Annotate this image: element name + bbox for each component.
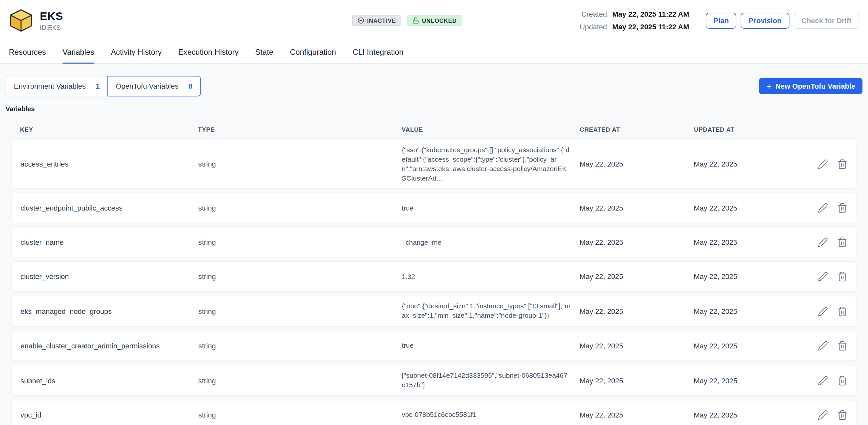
created-value: May 22, 2025 11:22 AM — [612, 8, 689, 21]
provision-button[interactable]: Provision — [741, 12, 789, 28]
tab-resources[interactable]: Resources — [9, 41, 46, 64]
column-header-value: VALUE — [402, 126, 580, 133]
cube-icon — [9, 8, 33, 33]
plan-button[interactable]: Plan — [706, 12, 736, 28]
row-actions — [808, 410, 847, 420]
variable-type: string — [198, 307, 402, 315]
table-row: cluster_endpoint_public_access string tr… — [11, 193, 857, 223]
tab-cli-integration[interactable]: CLI Integration — [352, 41, 403, 64]
column-header-updated-at: UPDATED AT — [694, 126, 808, 133]
edit-pencil-icon — [817, 306, 828, 316]
edit-variable-button[interactable] — [817, 272, 828, 282]
edit-variable-button[interactable] — [817, 341, 828, 351]
table-row: access_entries string {"sso":{"kubernete… — [11, 140, 857, 189]
variable-updated-at: May 22, 2025 — [694, 307, 808, 315]
edit-pencil-icon — [817, 159, 828, 170]
variable-updated-at: May 22, 2025 — [694, 342, 808, 350]
delete-variable-button[interactable] — [837, 341, 847, 351]
filter-environment-variables[interactable]: Environment Variables 1 — [5, 76, 108, 96]
delete-variable-button[interactable] — [837, 237, 847, 248]
check-for-drift-button[interactable]: Check for Drift — [794, 12, 859, 28]
plus-icon: + — [766, 82, 772, 91]
variable-created-at: May 22, 2025 — [580, 376, 694, 384]
status-badge-label: INACTIVE — [367, 17, 396, 24]
filter-opentofu-variables[interactable]: OpenTofu Variables 8 — [107, 76, 201, 96]
edit-variable-button[interactable] — [817, 203, 828, 213]
page-title: EKS — [40, 10, 75, 23]
variables-controls: Environment Variables 1 OpenTofu Variabl… — [5, 76, 863, 96]
edit-variable-button[interactable] — [817, 306, 828, 316]
trash-icon — [837, 341, 847, 351]
variable-type: string — [198, 160, 402, 168]
table-row: eks_managed_node_groups string {"one":{"… — [11, 296, 857, 327]
edit-variable-button[interactable] — [817, 159, 828, 170]
delete-variable-button[interactable] — [837, 272, 847, 282]
variables-section-label: Variables — [5, 105, 863, 113]
variable-created-at: May 22, 2025 — [580, 204, 694, 212]
table-header-row: KEY TYPE VALUE CREATED AT UPDATED AT — [11, 120, 857, 140]
variable-type: string — [198, 238, 402, 246]
variable-updated-at: May 22, 2025 — [694, 273, 808, 281]
variable-type: string — [198, 342, 402, 350]
filter-label: OpenTofu Variables — [116, 82, 178, 90]
variable-type: string — [198, 273, 402, 281]
delete-variable-button[interactable] — [837, 410, 847, 420]
status-badge-unlocked: UNLOCKED — [407, 15, 462, 26]
tab-state[interactable]: State — [255, 41, 273, 64]
variable-updated-at: May 22, 2025 — [694, 238, 808, 246]
delete-variable-button[interactable] — [837, 306, 847, 316]
tab-variables[interactable]: Variables — [63, 41, 94, 64]
edit-variable-button[interactable] — [817, 375, 828, 386]
eks-cube-logo — [9, 8, 33, 33]
delete-variable-button[interactable] — [837, 375, 847, 386]
new-opentofu-variable-button[interactable]: + New OpenTofu Variable — [759, 78, 863, 94]
variable-type-filter: Environment Variables 1 OpenTofu Variabl… — [5, 76, 201, 96]
title-block: EKS ID:EKS — [40, 10, 75, 31]
edit-pencil-icon — [817, 341, 828, 351]
table-row: vpc_id string vpc-078b51c6cbc5581f1 May … — [11, 400, 857, 425]
trash-icon — [837, 159, 847, 170]
tab-activity-history[interactable]: Activity History — [111, 41, 162, 64]
edit-pencil-icon — [817, 272, 828, 282]
delete-variable-button[interactable] — [837, 203, 847, 213]
table-row: cluster_version string 1.32 May 22, 2025… — [11, 262, 857, 292]
edit-variable-button[interactable] — [817, 410, 828, 420]
variable-value: vpc-078b51c6cbc5581f1 — [402, 410, 580, 420]
minus-circle-icon — [358, 17, 364, 24]
row-actions — [808, 159, 847, 170]
new-variable-label: New OpenTofu Variable — [775, 82, 855, 90]
edit-pencil-icon — [817, 375, 828, 386]
trash-icon — [837, 306, 847, 316]
table-body: access_entries string {"sso":{"kubernete… — [11, 140, 857, 425]
variable-updated-at: May 22, 2025 — [694, 376, 808, 384]
edit-pencil-icon — [817, 410, 828, 420]
variable-updated-at: May 22, 2025 — [694, 160, 808, 168]
variable-updated-at: May 22, 2025 — [694, 204, 808, 212]
variable-created-at: May 22, 2025 — [580, 238, 694, 246]
variables-table: KEY TYPE VALUE CREATED AT UPDATED AT acc… — [11, 120, 857, 425]
trash-icon — [837, 375, 847, 386]
timestamps: Created: May 22, 2025 11:22 AM Updated: … — [580, 8, 689, 33]
tab-configuration[interactable]: Configuration — [290, 41, 336, 64]
filter-count-badge: 1 — [96, 82, 100, 90]
variable-created-at: May 22, 2025 — [580, 273, 694, 281]
variable-value: true — [402, 203, 580, 213]
status-badge-inactive: INACTIVE — [352, 15, 402, 26]
trash-icon — [837, 272, 847, 282]
variable-value: _change_me_ — [402, 238, 580, 247]
delete-variable-button[interactable] — [837, 159, 847, 170]
updated-value: May 22, 2025 11:22 AM — [612, 21, 689, 33]
variable-value: {"one":{"desired_size":1,"instance_types… — [402, 302, 580, 321]
tab-execution-history[interactable]: Execution History — [178, 41, 239, 64]
row-actions — [808, 237, 847, 248]
row-actions — [808, 203, 847, 213]
variable-created-at: May 22, 2025 — [580, 307, 694, 315]
unlock-icon — [412, 17, 419, 24]
trash-icon — [837, 237, 847, 248]
tab-bar: Resources Variables Activity History Exe… — [0, 41, 868, 64]
edit-variable-button[interactable] — [817, 237, 828, 248]
variable-key: enable_cluster_creator_admin_permissions — [21, 342, 198, 350]
column-header-created-at: CREATED AT — [580, 126, 694, 133]
variable-created-at: May 22, 2025 — [580, 342, 694, 350]
variable-key: cluster_endpoint_public_access — [21, 204, 198, 212]
